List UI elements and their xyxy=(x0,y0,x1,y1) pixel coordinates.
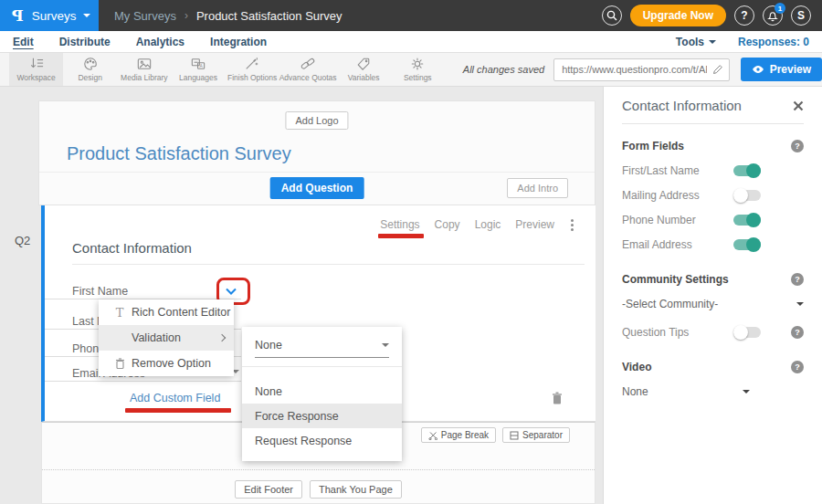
question-number: Q2 xyxy=(15,234,30,247)
community-select[interactable]: -Select Community- xyxy=(622,298,804,310)
close-icon xyxy=(793,100,804,111)
upgrade-now-button[interactable]: Upgrade Now xyxy=(630,5,726,26)
breadcrumb: My Surveys › Product Satisfaction Survey xyxy=(114,9,342,23)
separator-button[interactable]: Separator xyxy=(502,427,570,443)
validation-select[interactable]: None xyxy=(255,339,389,358)
toggle-row-mailing-address: Mailing Address xyxy=(622,189,804,202)
tool-settings[interactable]: Settings xyxy=(391,53,445,86)
workspace-icon xyxy=(28,57,45,71)
validation-option-request-response[interactable]: Request Response xyxy=(242,428,402,453)
form-fields-heading: Form Fields xyxy=(622,140,684,152)
edit-url-button[interactable] xyxy=(707,58,729,81)
question-action-copy[interactable]: Copy xyxy=(435,218,460,231)
tool-finish-options[interactable]: Finish Options xyxy=(226,53,279,86)
editor-toolbar: Workspace Design Media Library A Languag… xyxy=(0,53,822,87)
tool-variables[interactable]: Variables xyxy=(337,53,391,86)
menu-item-validation[interactable]: Validation xyxy=(99,325,234,351)
pencil-icon xyxy=(712,64,723,75)
tab-edit[interactable]: Edit xyxy=(13,36,34,48)
svg-text:A: A xyxy=(199,64,203,68)
survey-title[interactable]: Product Satisfaction Survey xyxy=(67,143,291,164)
field-context-menu: T Rich Content Editor Validation Remove … xyxy=(99,299,234,376)
question-title[interactable]: Contact Information xyxy=(72,240,192,256)
field-options-chevron-icon[interactable] xyxy=(224,284,238,300)
chevron-right-icon xyxy=(218,334,226,341)
add-custom-field-link[interactable]: Add Custom Field xyxy=(130,392,220,404)
avatar[interactable]: S xyxy=(791,5,811,26)
search-button[interactable] xyxy=(602,5,622,26)
tools-menu[interactable]: Tools xyxy=(676,36,716,48)
section-controls: Page Break Separator xyxy=(421,427,570,443)
menu-item-rich-content-editor[interactable]: T Rich Content Editor xyxy=(99,299,234,325)
mailing-address-toggle[interactable] xyxy=(733,190,761,201)
caret-down-icon xyxy=(743,390,750,394)
breadcrumb-my-surveys[interactable]: My Surveys xyxy=(114,9,176,23)
questionpro-logo-icon: P xyxy=(12,6,24,25)
toggle-row-first-last-name: First/Last Name xyxy=(622,164,804,177)
survey-url[interactable]: https://www.questionpro.com/t/AP53kZgUI xyxy=(554,64,707,75)
add-logo-button[interactable]: Add Logo xyxy=(285,111,348,130)
help-icon[interactable]: ? xyxy=(791,326,804,339)
edit-footer-button[interactable]: Edit Footer xyxy=(235,480,302,499)
thank-you-page-button[interactable]: Thank You Page xyxy=(310,480,402,499)
tool-advance-quotas[interactable]: Advance Quotas xyxy=(279,53,337,86)
question-tips-toggle[interactable] xyxy=(733,327,761,338)
trash-icon xyxy=(108,358,132,370)
email-address-toggle[interactable] xyxy=(733,239,761,250)
tab-analytics[interactable]: Analytics xyxy=(136,36,184,48)
caret-down-icon xyxy=(796,302,804,306)
footer-buttons: Edit Footer Thank You Page xyxy=(42,480,595,499)
add-intro-button[interactable]: Add Intro xyxy=(507,178,568,198)
product-switcher[interactable]: P Surveys xyxy=(0,0,99,31)
page-break-button[interactable]: Page Break xyxy=(421,427,496,443)
validation-submenu: None None Force Response Request Respons… xyxy=(242,327,402,461)
magic-wand-icon xyxy=(244,57,260,71)
survey-header-actions: Add Question Add Intro xyxy=(39,172,595,205)
help-button[interactable]: ? xyxy=(734,5,754,26)
tab-integration[interactable]: Integration xyxy=(210,36,267,48)
panel-title: Contact Information xyxy=(622,98,742,113)
validation-option-force-response[interactable]: Force Response xyxy=(242,404,402,428)
question-action-settings[interactable]: Settings xyxy=(380,218,419,231)
tool-workspace[interactable]: Workspace xyxy=(9,53,63,86)
help-icon[interactable]: ? xyxy=(791,140,804,152)
close-panel-button[interactable] xyxy=(793,100,804,111)
panel-divider xyxy=(622,123,804,124)
question-action-logic[interactable]: Logic xyxy=(475,218,501,231)
notifications-button[interactable]: 1 xyxy=(763,5,783,26)
tag-icon xyxy=(355,57,372,71)
menu-item-remove-option[interactable]: Remove Option xyxy=(99,351,234,376)
submenu-divider xyxy=(242,366,402,367)
question-actions: Settings Copy Logic Preview xyxy=(380,218,575,231)
first-last-name-toggle[interactable] xyxy=(733,165,761,176)
delete-question-button[interactable] xyxy=(552,392,563,409)
survey-url-field[interactable]: https://www.questionpro.com/t/AP53kZgUI xyxy=(553,58,730,81)
preview-button[interactable]: Preview xyxy=(741,58,822,81)
responses-count[interactable]: Responses: 0 xyxy=(738,36,809,48)
toggle-row-email-address: Email Address xyxy=(622,238,804,251)
help-icon[interactable]: ? xyxy=(791,361,804,373)
video-select[interactable]: None xyxy=(622,385,804,398)
question-action-preview[interactable]: Preview xyxy=(515,218,554,231)
toggle-row-phone-number: Phone Number xyxy=(622,214,804,226)
separator-icon xyxy=(510,431,519,440)
navbar-actions: Upgrade Now ? 1 S xyxy=(602,5,822,26)
caret-down-icon xyxy=(382,343,389,347)
question-divider xyxy=(72,264,585,265)
phone-number-toggle[interactable] xyxy=(733,215,761,226)
more-options-icon[interactable] xyxy=(569,219,575,231)
tool-media-library[interactable]: Media Library xyxy=(117,53,171,86)
add-question-button[interactable]: Add Question xyxy=(270,177,364,199)
tool-languages[interactable]: A Languages xyxy=(171,53,225,86)
survey-header-card: Add Logo Product Satisfaction Survey Add… xyxy=(38,100,595,205)
design-palette-icon xyxy=(82,57,99,71)
chain-links-icon xyxy=(300,57,316,71)
tab-distribute[interactable]: Distribute xyxy=(59,36,111,48)
video-heading: Video xyxy=(622,361,651,373)
tool-design[interactable]: Design xyxy=(63,53,117,86)
scissors-icon xyxy=(428,431,437,440)
top-navbar: P Surveys My Surveys › Product Satisfact… xyxy=(0,0,822,31)
search-icon xyxy=(606,10,617,21)
help-icon[interactable]: ? xyxy=(791,273,804,286)
validation-option-none[interactable]: None xyxy=(242,379,402,404)
